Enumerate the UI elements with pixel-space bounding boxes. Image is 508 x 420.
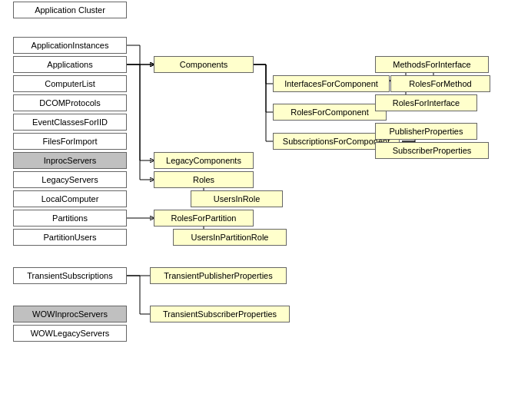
node-methods-for-interface: MethodsForInterface: [375, 56, 489, 73]
diagram: Application Cluster ApplicationInstances…: [0, 0, 508, 420]
node-applications: Applications: [13, 56, 127, 73]
node-inproc-servers: InprocServers: [13, 152, 127, 169]
node-files-for-import: FilesForImport: [13, 133, 127, 150]
node-event-classes-for-iid: EventClassesForIID: [13, 114, 127, 131]
node-wow-inproc-servers: WOWInprocServers: [13, 306, 127, 322]
node-interfaces-for-component: InterfacesForComponent: [273, 75, 390, 92]
node-roles: Roles: [154, 171, 254, 188]
node-transient-publisher-properties: TransientPublisherProperties: [150, 267, 287, 284]
node-partition-users: PartitionUsers: [13, 229, 127, 246]
node-computer-list: ComputerList: [13, 75, 127, 92]
node-legacy-components: LegacyComponents: [154, 152, 254, 169]
node-application-cluster: Application Cluster: [13, 2, 127, 18]
node-users-in-role: UsersInRole: [191, 190, 283, 207]
node-partitions: Partitions: [13, 210, 127, 227]
node-users-in-partition-role: UsersInPartitionRole: [173, 229, 287, 246]
node-transient-subscriptions: TransientSubscriptions: [13, 267, 127, 284]
node-roles-for-interface: RolesForInterface: [375, 94, 477, 111]
node-subscriber-properties: SubscriberProperties: [375, 142, 489, 159]
node-dcom-protocols: DCOMProtocols: [13, 94, 127, 111]
node-application-instances: ApplicationInstances: [13, 37, 127, 54]
node-wow-legacy-servers: WOWLegacyServers: [13, 325, 127, 342]
node-legacy-servers: LegacyServers: [13, 171, 127, 188]
node-roles-for-component: RolesForComponent: [273, 104, 387, 121]
node-publisher-properties: PublisherProperties: [375, 123, 477, 140]
node-roles-for-partition: RolesForPartition: [154, 210, 254, 227]
node-transient-subscriber-properties: TransientSubscriberProperties: [150, 306, 290, 322]
node-local-computer: LocalComputer: [13, 190, 127, 207]
node-roles-for-method: RolesForMethod: [390, 75, 490, 92]
node-components: Components: [154, 56, 254, 73]
